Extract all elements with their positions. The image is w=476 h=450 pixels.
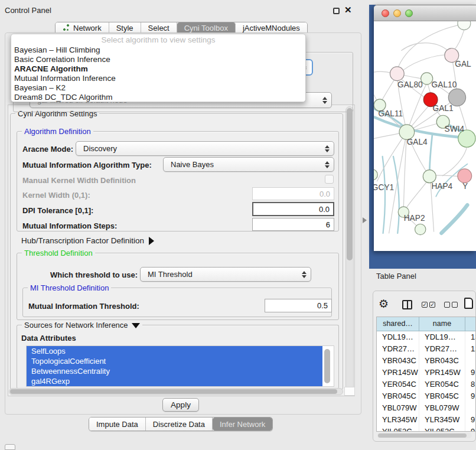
table-cell: YPR145W xyxy=(377,367,419,379)
network-edge xyxy=(436,175,458,177)
network-icon xyxy=(63,24,70,32)
mi-algorithm-type-value: Naive Bayes xyxy=(164,160,323,169)
algorithm-dropdown-items: Bayesian – Hill ClimbingBasic Correlatio… xyxy=(11,45,305,102)
combo-arrows-icon xyxy=(323,161,334,168)
algorithm-option[interactable]: Basic Correlation Inference xyxy=(11,55,305,64)
mi-algorithm-type-combobox[interactable]: Naive Bayes xyxy=(163,157,334,172)
data-attributes-list[interactable]: SelfLoopsTopologicalCoefficientBetweenne… xyxy=(26,345,334,387)
table-row[interactable]: YBR043CYBR043C xyxy=(377,355,475,367)
table-row[interactable]: YPR145WYPR145W9. xyxy=(377,367,475,379)
mi-threshold-field[interactable]: 0.5 xyxy=(265,299,332,312)
algorithm-option[interactable]: Dream8 DC_TDC Algorithm xyxy=(11,93,305,102)
hub-definition-label: Hub/Transcription Factor Definition xyxy=(21,236,144,245)
table-row[interactable]: YER054CYER054C8. xyxy=(377,379,475,390)
table-cell: YBR045C xyxy=(377,390,419,402)
table-row[interactable]: YDL19…YDL19…13 xyxy=(377,331,475,343)
zoom-window-icon[interactable] xyxy=(405,9,413,17)
network-node-label: GAL1 xyxy=(433,104,454,113)
algorithm-dropdown-placeholder: Select algorithm to view settings xyxy=(11,34,305,45)
table-column-header[interactable]: A xyxy=(465,317,476,331)
settings-gear-icon[interactable]: ⚙ xyxy=(379,297,389,311)
deselect-checkboxes-icon[interactable] xyxy=(444,302,458,308)
dpi-tolerance-field[interactable]: 0.0 xyxy=(252,202,334,216)
data-attribute-item[interactable]: SelfLoops xyxy=(27,346,322,356)
minimize-window-icon[interactable] xyxy=(393,9,401,17)
which-threshold-value: MI Threshold xyxy=(141,270,300,279)
network-edge xyxy=(382,80,395,100)
attributes-list-scrollbar[interactable] xyxy=(324,349,330,383)
table-row[interactable]: YBR045CYBR045C9. xyxy=(377,390,475,402)
network-node-label: GAL80 xyxy=(397,80,423,89)
algorithm-option[interactable]: Bayesian – K2 xyxy=(11,83,305,93)
table-column-header[interactable]: shared… xyxy=(377,317,419,331)
table-panel-title: Table Panel xyxy=(376,272,416,281)
network-node-label: GCY1 xyxy=(374,183,394,192)
aracne-mode-label: Aracne Mode: xyxy=(22,145,73,154)
tab-jactivemnodules-label: jActiveMNodules xyxy=(243,24,300,32)
float-window-icon[interactable] xyxy=(333,8,340,14)
table-cell: YBR043C xyxy=(419,355,465,367)
manual-kernel-width-checkbox[interactable] xyxy=(325,175,334,184)
hub-definition-expander[interactable]: Hub/Transcription Factor Definition xyxy=(21,236,154,245)
table-column-header[interactable]: name xyxy=(419,317,465,331)
sources-title: Sources for Network Inference xyxy=(24,321,128,330)
new-document-icon[interactable] xyxy=(464,298,473,309)
select-all-checkboxes-icon[interactable]: ✓✓ xyxy=(422,302,435,308)
data-attributes-label: Data Attributes xyxy=(21,334,76,343)
combo-arrows-icon xyxy=(321,97,331,104)
panel-splitter-arrow-icon[interactable] xyxy=(363,217,367,223)
table-cell: YDL19… xyxy=(419,331,465,343)
table-row[interactable]: YBL079WYBL079W xyxy=(377,402,475,414)
network-node-label: GAL10 xyxy=(432,80,457,89)
network-edge xyxy=(429,135,432,175)
network-canvas[interactable]: GAL80GAL10GALGAL1GAL11SWI4GAL4GCY1HAP4YH… xyxy=(374,21,476,251)
tab-infer-network[interactable]: Infer Network xyxy=(213,418,272,431)
mi-threshold-label: Mutual Information Threshold: xyxy=(28,302,139,311)
data-attribute-item[interactable]: TopologicalCoefficient xyxy=(27,356,322,366)
table-row[interactable]: YIL052CYIL052C9. xyxy=(377,426,475,432)
table-cell xyxy=(465,355,476,367)
table-cell: 9. xyxy=(465,367,476,379)
algorithm-option[interactable]: ARACNE Algorithm xyxy=(11,64,305,74)
network-node-label: SWI4 xyxy=(445,125,465,133)
control-panel-title: Control Panel xyxy=(5,6,51,15)
manual-kernel-width-label: Manual Kernel Width Definition xyxy=(22,176,136,185)
close-window-icon[interactable] xyxy=(382,9,389,17)
table-row[interactable]: YDR27…YDR27…12 xyxy=(377,343,475,355)
network-node[interactable] xyxy=(390,67,404,81)
table-cell: 9. xyxy=(465,390,476,402)
tab-network-label: Network xyxy=(73,24,102,32)
settings-hscrollbar-thumb[interactable] xyxy=(10,389,337,394)
table-row[interactable]: YLR345WYLR345W9. xyxy=(377,414,475,426)
data-attribute-item[interactable]: gal4RGexp xyxy=(27,376,322,386)
kernel-width-field[interactable]: 0.0 xyxy=(252,187,334,200)
network-node[interactable] xyxy=(374,169,377,180)
tab-impute-data[interactable]: Impute Data xyxy=(89,418,146,431)
aracne-mode-combobox[interactable]: Discovery xyxy=(76,141,334,156)
apply-button[interactable]: Apply xyxy=(162,398,199,412)
bottom-tabbar: Impute Data Discretize Data Infer Networ… xyxy=(89,417,273,431)
network-node[interactable] xyxy=(423,170,436,183)
data-attribute-item[interactable]: BetweennessCentrality xyxy=(27,366,322,376)
split-columns-icon[interactable] xyxy=(402,300,412,309)
mi-steps-field[interactable]: 6 xyxy=(252,218,334,231)
scrollbar-corner xyxy=(344,387,355,396)
network-node[interactable] xyxy=(458,21,471,30)
network-node[interactable] xyxy=(458,169,472,183)
mi-threshold-definition-title: MI Threshold Definition xyxy=(28,283,111,292)
aracne-mode-value: Discovery xyxy=(76,144,323,153)
node-table[interactable]: shared…nameA YDL19…YDL19…13YDR27…YDR27…1… xyxy=(376,317,476,432)
algorithm-option[interactable]: Bayesian – Hill Climbing xyxy=(11,45,305,55)
network-edge xyxy=(404,76,421,79)
table-cell: YBL079W xyxy=(377,402,419,414)
tab-discretize-data[interactable]: Discretize Data xyxy=(146,418,213,431)
network-node[interactable] xyxy=(415,224,426,234)
network-node-label: GAL11 xyxy=(379,109,403,118)
close-panel-icon[interactable]: ✕ xyxy=(344,5,352,15)
algorithm-option[interactable]: Mutual Information Inference xyxy=(11,74,305,83)
table-hscrollbar[interactable] xyxy=(377,433,472,438)
which-threshold-combobox[interactable]: MI Threshold xyxy=(140,267,311,282)
table-cell: YBR045C xyxy=(419,390,465,402)
settings-vscrollbar-thumb[interactable] xyxy=(347,108,353,260)
network-window-titlebar[interactable] xyxy=(374,5,476,21)
